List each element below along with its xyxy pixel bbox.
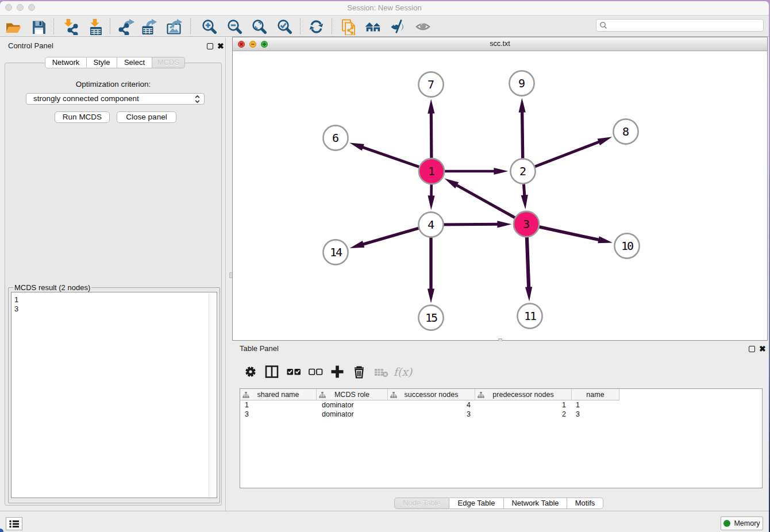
result-scrollbar[interactable] xyxy=(209,293,216,497)
node-label-1: 1 xyxy=(428,164,435,178)
export-network-button[interactable] xyxy=(116,17,137,36)
export-network-icon xyxy=(118,18,135,35)
show-all-button[interactable] xyxy=(363,17,383,36)
column-header-name[interactable]: name xyxy=(572,389,619,400)
criterion-select[interactable]: strongly connected component xyxy=(26,93,205,105)
tab-node-table[interactable]: Node Table xyxy=(394,498,449,509)
close-panel-icon[interactable]: ✖ xyxy=(217,41,224,51)
tab-style[interactable]: Style xyxy=(87,57,117,68)
frame-minimize-button[interactable] xyxy=(249,41,256,48)
network-frame-titlebar[interactable]: scc.txt xyxy=(233,37,767,51)
import-table-button[interactable] xyxy=(84,17,105,36)
save-session-button[interactable] xyxy=(28,17,48,36)
toolbar-separator xyxy=(110,18,110,34)
application-window: Session: New Session Control Panel ✖ Net… xyxy=(0,1,769,532)
zoom-out-button[interactable] xyxy=(224,17,244,36)
export-image-button[interactable] xyxy=(164,17,184,36)
mcds-result-title: MCDS result (2 nodes) xyxy=(13,283,91,292)
arrowhead-1-6 xyxy=(349,142,364,151)
frame-close-button[interactable] xyxy=(238,41,245,48)
table-cell[interactable]: 1 xyxy=(475,400,572,410)
export-table-button[interactable] xyxy=(138,17,159,36)
tab-select[interactable]: Select xyxy=(117,57,152,68)
close-panel-button[interactable]: Close panel xyxy=(117,111,176,123)
toolbar-separator xyxy=(332,18,332,34)
column-header-predecessor-nodes[interactable]: predecessor nodes xyxy=(475,389,572,400)
zoom-out-icon xyxy=(226,18,242,35)
tab-motifs[interactable]: Motifs xyxy=(567,498,603,509)
import-network-icon xyxy=(61,18,78,35)
table-cell[interactable]: 2 xyxy=(475,410,572,419)
add-column-button[interactable] xyxy=(328,362,347,381)
apply-layout-button[interactable] xyxy=(306,17,326,36)
import-network-button[interactable] xyxy=(59,17,80,36)
table-cell[interactable]: 4 xyxy=(388,400,475,410)
zoom-in-icon xyxy=(201,18,217,35)
arrowhead-3-10 xyxy=(598,236,613,243)
table-close-icon[interactable]: ✖ xyxy=(759,344,766,353)
column-header-shared-name[interactable]: shared name xyxy=(240,389,317,400)
column-header-successor-nodes[interactable]: successor nodes xyxy=(388,389,475,400)
float-panel-icon[interactable] xyxy=(207,43,213,49)
function-builder-button[interactable]: f(x) xyxy=(393,362,413,381)
refresh-icon xyxy=(308,18,325,35)
node-label-15: 15 xyxy=(425,311,437,325)
split-table-button[interactable] xyxy=(262,362,282,381)
open-folder-icon xyxy=(5,18,21,35)
delete-table-button[interactable] xyxy=(371,362,391,381)
node-label-6: 6 xyxy=(332,131,339,145)
memory-status-icon xyxy=(723,520,730,527)
result-item[interactable]: 1 xyxy=(11,295,217,304)
task-history-button[interactable] xyxy=(6,517,22,530)
memory-button[interactable]: Memory xyxy=(721,516,763,530)
arrowhead-4-3 xyxy=(497,221,511,228)
mcds-result-list[interactable]: 13 xyxy=(11,292,217,498)
toolbar-separator xyxy=(300,18,301,34)
node-label-9: 9 xyxy=(518,76,525,90)
toolbar-separator xyxy=(53,18,54,34)
table-cell[interactable]: 3 xyxy=(388,410,475,419)
tab-mcds[interactable]: MCDS xyxy=(152,57,185,68)
zoom-in-button[interactable] xyxy=(198,17,219,36)
search-input[interactable] xyxy=(596,19,764,32)
tab-network[interactable]: Network xyxy=(45,57,87,68)
hide-selected-button[interactable] xyxy=(388,17,409,36)
table-cell[interactable]: 3 xyxy=(240,410,317,419)
delete-column-button[interactable] xyxy=(349,362,369,381)
tab-edge-table[interactable]: Edge Table xyxy=(449,498,504,509)
result-item[interactable]: 3 xyxy=(11,304,217,314)
arrowhead-2-9 xyxy=(519,98,526,113)
checked-boxes-icon xyxy=(286,364,302,380)
window-titlebar: Session: New Session xyxy=(0,1,769,16)
eye-icon xyxy=(415,18,432,35)
deselect-all-button[interactable] xyxy=(306,362,325,381)
table-float-icon[interactable] xyxy=(749,346,755,352)
zoom-fit-button[interactable] xyxy=(248,17,269,36)
frame-maximize-button[interactable] xyxy=(261,41,268,48)
arrowhead-3-1 xyxy=(444,178,459,188)
search-icon xyxy=(599,21,607,29)
node-label-3: 3 xyxy=(523,217,530,231)
mcds-result-groupbox: MCDS result (2 nodes) 13 xyxy=(8,287,220,503)
network-graph[interactable]: 1234678910111415 xyxy=(233,51,767,340)
tab-network-table[interactable]: Network Table xyxy=(504,498,567,509)
save-icon xyxy=(30,18,47,35)
open-session-button[interactable] xyxy=(2,17,23,36)
run-mcds-button[interactable]: Run MCDS xyxy=(55,111,110,123)
table-cell[interactable]: 3 xyxy=(572,410,619,419)
zoom-selected-button[interactable] xyxy=(274,17,294,36)
table-cell[interactable]: dominator xyxy=(317,400,388,410)
dock-corner-dot xyxy=(0,529,3,532)
network-overview-button[interactable] xyxy=(337,17,358,36)
column-header-label: successor nodes xyxy=(405,391,459,399)
node-label-14: 14 xyxy=(330,245,342,259)
column-settings-button[interactable] xyxy=(241,362,260,381)
column-header-MCDS-role[interactable]: MCDS role xyxy=(317,389,388,400)
table-cell[interactable]: 1 xyxy=(572,400,619,410)
export-table-icon xyxy=(141,18,157,35)
table-cell[interactable]: 1 xyxy=(240,400,317,410)
show-selected-button[interactable] xyxy=(413,17,434,36)
zoom-fit-icon xyxy=(251,18,267,35)
select-all-button[interactable] xyxy=(284,362,303,381)
table-cell[interactable]: dominator xyxy=(317,410,388,419)
